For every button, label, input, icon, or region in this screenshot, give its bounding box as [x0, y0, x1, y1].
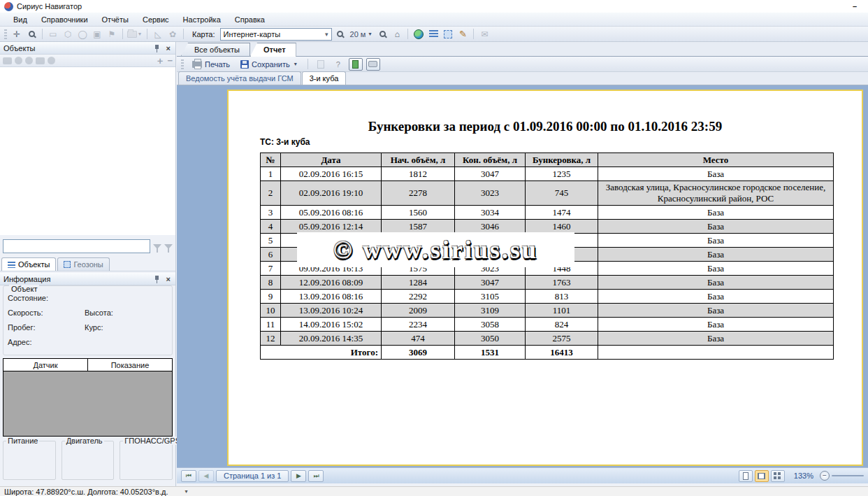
table-cell: 12 [261, 332, 281, 346]
polygon-select-icon[interactable]: ⬡ [62, 28, 74, 41]
save-button[interactable]: Сохранить ▾ [237, 59, 302, 70]
next-page-button[interactable]: ▶ [291, 470, 306, 482]
printer-icon [192, 61, 202, 68]
table-cell: 1560 [382, 206, 455, 220]
menubar: Вид Справочники Отчёты Сервис Настройка … [0, 13, 868, 27]
menu-directories[interactable]: Справочники [35, 14, 94, 25]
table-cell: База [598, 304, 834, 318]
tab-3-kuba[interactable]: 3-и куба [302, 71, 347, 85]
info-groupbox: Объект Состояние: Скорость: Высота: Проб… [3, 285, 173, 355]
prev-page-button[interactable]: ◀ [198, 470, 214, 482]
folder-icon[interactable]: ▾ [127, 28, 143, 41]
page-view-button[interactable] [349, 58, 363, 71]
table-cell: 3105 [455, 290, 526, 304]
table-cell: 02.09.2016 16:15 [281, 167, 382, 181]
close-icon[interactable]: × [165, 44, 172, 52]
add-button[interactable]: ＋ [155, 55, 164, 67]
document-icon [317, 60, 324, 69]
group-icon[interactable] [3, 57, 12, 64]
circle-select-icon[interactable]: ◯ [76, 28, 89, 41]
multi-page-view-button[interactable] [771, 470, 785, 482]
zoom-slider[interactable] [832, 475, 864, 476]
search-input[interactable] [3, 239, 150, 253]
table-cell: База [598, 206, 834, 220]
help-button[interactable]: ? [331, 58, 345, 71]
pan-icon[interactable]: ✛ [10, 28, 23, 41]
table-cell: 824 [526, 318, 598, 332]
info-panel-title: Информация [3, 275, 154, 283]
geozone-select-icon[interactable] [442, 28, 454, 41]
marker-icon[interactable] [48, 57, 55, 64]
print-button[interactable]: Печать [189, 59, 233, 70]
tab-report[interactable]: Отчет [250, 43, 296, 57]
truck-icon[interactable] [36, 57, 45, 64]
menu-view[interactable]: Вид [7, 14, 34, 25]
menu-reports[interactable]: Отчёты [96, 14, 135, 25]
table-cell: 1235 [526, 167, 598, 181]
mail-icon[interactable]: ✉ [478, 28, 491, 41]
toolbar-grip [4, 29, 7, 39]
tab-all-objects[interactable]: Все объекты [181, 43, 250, 56]
table-cell: 745 [526, 181, 598, 206]
zoom-out-icon[interactable] [376, 28, 389, 41]
select-rect-icon[interactable]: ▭ [47, 28, 59, 41]
watermark-text: © www.sirius.su [333, 235, 538, 264]
map-combobox[interactable]: Интернет-карты ▾ [220, 28, 332, 41]
tab-objects-label: Объекты [18, 260, 50, 269]
report-title: Бункеровки за период с 01.09.2016 00:00 … [229, 119, 862, 134]
menu-settings[interactable]: Настройка [177, 14, 227, 25]
window-title: Сириус Навигатор [17, 2, 82, 10]
table-row: 812.09.2016 08:09128430471763База [261, 276, 834, 290]
filter-clear-icon[interactable] [164, 244, 173, 249]
map-combobox-value: Интернет-карты [224, 30, 281, 38]
table-cell: 813 [526, 290, 598, 304]
single-page-view-button[interactable] [739, 470, 753, 482]
table-cell: 3023 [455, 181, 526, 206]
scale-dropdown[interactable]: 20 м ▾ [349, 30, 375, 38]
globe-small-icon[interactable] [25, 57, 33, 64]
last-page-button[interactable]: ⏭ [308, 470, 324, 482]
filter-icon[interactable] [153, 244, 161, 249]
tab-objects[interactable]: Объекты [1, 257, 56, 271]
zoom-out-slider-button[interactable]: − [820, 471, 830, 481]
home-icon[interactable]: ⌂ [391, 28, 403, 41]
measure-triangle-icon[interactable]: ◺ [152, 28, 164, 41]
close-icon[interactable]: × [165, 275, 172, 283]
globe-icon[interactable] [412, 28, 425, 41]
minimize-button[interactable]: – [846, 2, 864, 10]
menu-help[interactable]: Справка [229, 14, 271, 25]
engine-label: Двигатель [65, 437, 104, 445]
page-setup-button[interactable] [314, 58, 328, 71]
table-cell: 3047 [455, 276, 526, 290]
tab-geozones[interactable]: Геозоны [57, 257, 109, 271]
report-col-header: Место [598, 153, 834, 167]
report-viewer[interactable]: Бункеровки за период с 01.09.2016 00:00 … [177, 85, 868, 467]
table-cell: 13.09.2016 08:16 [281, 290, 382, 304]
link-icon[interactable] [15, 57, 22, 64]
edit-icon[interactable]: ✎ [456, 28, 469, 41]
flag-icon[interactable]: ⚑ [106, 28, 118, 41]
objects-list[interactable] [0, 67, 175, 235]
toolbar-separator [308, 59, 308, 69]
objects-panel-header: Объекты × [0, 42, 175, 55]
legend-list-icon[interactable] [427, 28, 440, 41]
table-cell: 8 [261, 276, 281, 290]
table-cell: 3050 [455, 332, 526, 346]
first-page-button[interactable]: ⏮ [181, 470, 196, 482]
pin-icon[interactable] [154, 44, 161, 52]
remove-button[interactable]: − [167, 55, 173, 66]
table-cell: 9 [261, 290, 281, 304]
info-object-label: Объект [9, 285, 39, 293]
table-cell: 14.09.2016 15:02 [281, 318, 382, 332]
menu-service[interactable]: Сервис [136, 14, 175, 25]
fit-width-view-button[interactable] [755, 470, 769, 482]
pin-icon[interactable] [154, 275, 161, 283]
settings-gear-icon[interactable]: ✿ [166, 28, 179, 41]
zoom-icon[interactable] [25, 28, 38, 41]
tab-gsm-report[interactable]: Ведомость учёта выдачи ГСМ [178, 71, 301, 85]
export-view-button[interactable] [366, 58, 380, 71]
chevron-down-icon[interactable]: ▾ [185, 488, 187, 495]
zoom-in-icon[interactable] [334, 28, 347, 41]
fit-width-icon [758, 473, 765, 479]
extent-icon[interactable]: ▣ [91, 28, 103, 41]
